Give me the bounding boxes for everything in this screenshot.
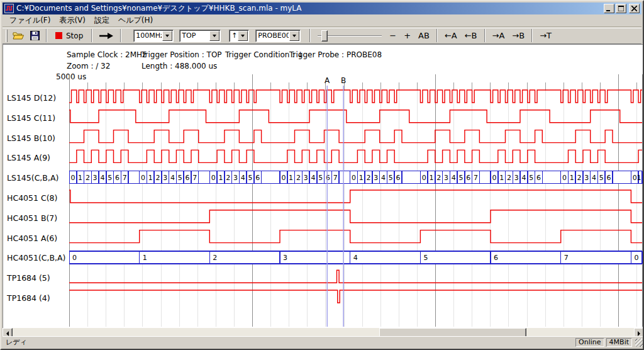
bus-value-label: 5	[248, 174, 253, 182]
bus-value-label: 0	[281, 174, 286, 182]
resize-grip[interactable]	[635, 339, 643, 347]
toolbar-separator	[91, 29, 92, 42]
signal-label: TP1684 (4)	[7, 293, 50, 303]
signal-label: HC4051 C(8)	[7, 193, 57, 203]
bus-value-label: 1	[359, 174, 364, 182]
waveform-trace	[69, 210, 642, 223]
sample-clock-combo[interactable]: 100MHz	[133, 30, 174, 42]
scroll-right-icon	[638, 331, 643, 336]
bus-value-label: 7	[192, 174, 197, 182]
info-length: Length : 488.000 us	[142, 62, 217, 71]
trigger-edge-combo[interactable]: ↑	[229, 30, 249, 42]
app-window: C:¥Documents and Settings¥noname¥デスクトップ¥…	[0, 0, 644, 350]
bus-value-label: 1	[499, 174, 504, 182]
bus-value-label: 3	[374, 174, 378, 182]
goto-trigger-button[interactable]: →T	[536, 29, 555, 43]
bus-value-label: 4	[381, 174, 386, 182]
bus-value-label: 0	[422, 174, 426, 182]
bus-value-label: 6	[326, 174, 330, 182]
trigger-position-combo[interactable]: TOP	[179, 30, 221, 42]
zoom-ab-button[interactable]: AB	[414, 29, 433, 43]
bus-value-label: 1	[219, 174, 223, 182]
zoom-out-button[interactable]: −	[386, 29, 400, 43]
bus-value-label: 7	[123, 174, 127, 182]
dropdown-arrow-icon[interactable]	[162, 31, 172, 41]
title-bar[interactable]: C:¥Documents and Settings¥noname¥デスクトップ¥…	[3, 3, 641, 14]
bus-value-label: 3	[93, 174, 97, 182]
open-button[interactable]	[10, 29, 26, 43]
bus-value-label: 6	[494, 254, 498, 262]
bus-value-label: 3	[444, 174, 448, 182]
info-sample-clock: Sample Clock : 2MHz	[67, 50, 146, 59]
close-button[interactable]	[629, 4, 640, 13]
signal-label: LS145 D(12)	[7, 93, 56, 103]
set-cursor-a-button[interactable]: →A	[489, 29, 509, 43]
bus-value-label: 0	[141, 174, 145, 182]
bus-value-label: 2	[436, 174, 441, 182]
bus-value-label: 1	[78, 174, 82, 182]
zoom-in-button[interactable]: +	[400, 29, 414, 43]
bus-value-label: 2	[226, 174, 230, 182]
bus-value-label: 4	[241, 174, 245, 182]
signal-label: HC4051 A(6)	[7, 234, 57, 243]
waveform-trace	[69, 130, 642, 143]
bus-value-label: 2	[213, 254, 217, 262]
probe-combo[interactable]: PROBE00	[255, 30, 301, 42]
menu-bar: ファイル(F)表示(V)設定ヘルプ(H)	[3, 14, 641, 27]
stop-button[interactable]: Stop	[50, 29, 88, 43]
trigger-position-value: TOP	[180, 31, 209, 40]
maximize-button[interactable]	[616, 4, 626, 13]
toolbar: Stop 100MHz TOP ↑ PROBE00 − + AB ←A	[3, 28, 641, 44]
bus-value-label: 6	[255, 174, 260, 182]
goto-cursor-b-button[interactable]: ←B	[461, 29, 481, 43]
zoom-slider-thumb[interactable]	[321, 30, 328, 42]
waveform-trace	[69, 190, 642, 203]
sample-clock-value: 100MHz	[134, 31, 162, 40]
bus-value-label: 5	[389, 174, 393, 182]
zoom-slider[interactable]	[316, 29, 383, 43]
bus-value-label: 3	[514, 174, 519, 182]
window-title: C:¥Documents and Settings¥noname¥デスクトップ¥…	[16, 3, 602, 14]
bus-value-label: 3	[283, 254, 287, 262]
menu-item-3[interactable]: ヘルプ(H)	[114, 14, 157, 27]
menu-item-0[interactable]: ファイル(F)	[5, 14, 55, 27]
bus-value-label: 5	[423, 254, 428, 262]
status-memory: 4MBit	[606, 338, 632, 347]
menu-item-1[interactable]: 表示(V)	[55, 14, 90, 27]
bus-value-label: 4	[170, 174, 175, 182]
bus-value-label: 5	[178, 174, 182, 182]
signal-label: HC4051 B(7)	[7, 213, 57, 223]
bus-value-label: 4	[521, 174, 526, 182]
bus-value-label: 1	[143, 254, 147, 262]
waveform-trace	[69, 230, 642, 243]
bus-value-label: 4	[311, 174, 315, 182]
bus-value-label: 4	[100, 174, 104, 182]
toolbar-grip[interactable]	[6, 30, 8, 42]
run-button[interactable]	[96, 29, 117, 43]
toolbar-separator	[484, 29, 486, 42]
bus-value-label: 6	[396, 174, 401, 182]
open-folder-icon	[13, 31, 25, 40]
goto-cursor-a-button[interactable]: ←A	[441, 29, 461, 43]
bus-value-label: 0	[492, 174, 496, 182]
bus-value-label: 0	[634, 254, 638, 262]
bus-value-label: 0	[562, 174, 567, 182]
set-cursor-b-button[interactable]: →B	[508, 29, 528, 43]
bus-value-label: 1	[430, 174, 434, 182]
bus-value-label: 6	[607, 174, 611, 182]
minimize-button[interactable]	[604, 4, 614, 13]
bus-value-label: 5	[459, 174, 464, 182]
bus-value-label: 0	[70, 174, 75, 182]
cursor-a-label: A	[325, 76, 330, 85]
stop-icon	[55, 32, 62, 39]
save-button[interactable]	[26, 29, 43, 43]
waveform-trace	[69, 90, 642, 103]
dropdown-arrow-icon[interactable]	[289, 31, 299, 41]
dropdown-arrow-icon[interactable]	[209, 31, 219, 41]
info-trigger-position: Trigger Position : TOP	[142, 50, 222, 59]
menu-item-2[interactable]: 設定	[90, 14, 114, 27]
dropdown-arrow-icon[interactable]	[238, 31, 248, 41]
bus-value-label: 2	[367, 174, 371, 182]
bus-value-label: 6	[466, 174, 470, 182]
waveform-trace	[69, 270, 642, 283]
